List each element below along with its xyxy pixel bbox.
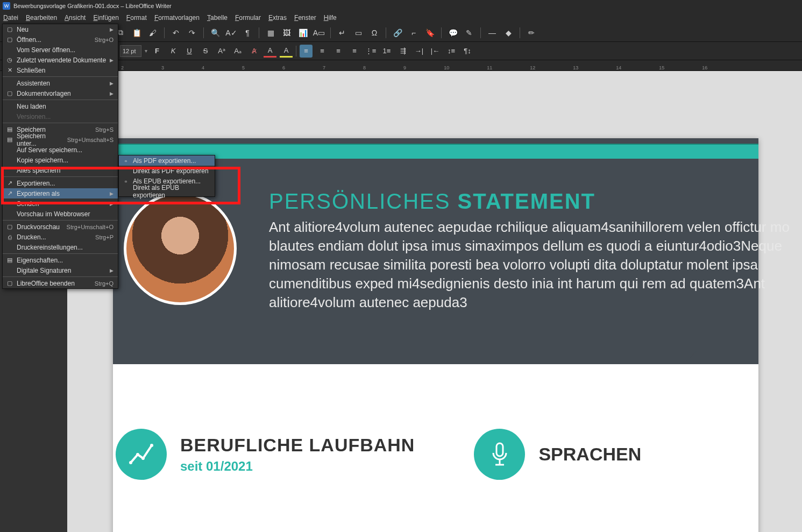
menu-item-drucken-[interactable]: ⎙Drucken...Strg+P	[3, 232, 118, 242]
career-icon	[116, 429, 167, 480]
menu-item-speichern-unter-[interactable]: ▤Speichern unter...Strg+Umschalt+S	[3, 134, 118, 145]
subscript-button[interactable]: Aₐ	[231, 45, 244, 58]
submenu-item-label: Direkt als PDF exportieren	[131, 167, 210, 175]
submenu-arrow-icon: ▶	[110, 268, 113, 273]
align-right-button[interactable]: ≡	[332, 45, 345, 58]
file-menu-dropdown[interactable]: ▢Neu▶▢Öffnen...Strg+OVom Server öffnen..…	[2, 24, 118, 289]
font-size-combo[interactable]: 12 pt	[120, 45, 141, 57]
indent-inc-button[interactable]: →|	[413, 45, 425, 58]
menu-format[interactable]: Format	[126, 14, 147, 22]
menu-item-label: Alles speichern	[15, 167, 113, 174]
menu-item-alles-speichern[interactable]: Alles speichern	[3, 165, 118, 175]
menu-item-shortcut: Strg+P	[95, 234, 113, 240]
menu-item-vom-server-ffnen-[interactable]: Vom Server öffnen...	[3, 45, 118, 55]
export-as-submenu[interactable]: ▫Als PDF exportieren...Direkt als PDF ex…	[118, 155, 215, 197]
paste-button[interactable]: 📋	[130, 26, 143, 39]
menu-item--ffnen-[interactable]: ▢Öffnen...Strg+O	[3, 34, 118, 45]
hyperlink-button[interactable]: 🔗	[391, 26, 404, 39]
menu-item-assistenten[interactable]: Assistenten▶	[3, 78, 118, 88]
submenu-item-direkt-als-pdf-exportieren[interactable]: Direkt als PDF exportieren	[119, 166, 215, 176]
number-list-button[interactable]: 1≡	[380, 45, 393, 58]
align-center-button[interactable]: ≡	[316, 45, 329, 58]
menu-item-icon: ▤	[5, 257, 15, 264]
menu-fenster[interactable]: Fenster	[294, 14, 316, 22]
bookmark-button[interactable]: 🔖	[423, 26, 436, 39]
menu-item-neu-laden[interactable]: Neu laden	[3, 101, 118, 111]
menu-bearbeiten[interactable]: Bearbeiten	[26, 14, 57, 22]
font-color-button[interactable]: A	[264, 45, 276, 58]
italic-button[interactable]: K	[167, 45, 180, 58]
menu-item-digitale-signaturen[interactable]: Digitale Signaturen▶	[3, 265, 118, 275]
menu-item-label: Vorschau im Webbrowser	[15, 210, 113, 218]
menu-item-libreoffice-beenden[interactable]: ▢LibreOffice beendenStrg+Q	[3, 278, 118, 288]
bold-button[interactable]: F	[151, 45, 164, 58]
track-changes-button[interactable]: ✎	[463, 26, 475, 39]
draw-functions-button[interactable]: ✏	[525, 26, 538, 39]
strikethrough-button[interactable]: S	[199, 45, 212, 58]
highlight-button[interactable]: A	[280, 45, 293, 58]
menu-item-icon: ↗	[5, 180, 15, 187]
menu-item-schlie-en[interactable]: ✕Schließen	[3, 65, 118, 75]
table-button[interactable]: ▦	[264, 26, 277, 39]
submenu-item-als-pdf-exportieren-[interactable]: ▫Als PDF exportieren...	[119, 155, 215, 166]
menu-item-senden[interactable]: Senden▶	[3, 198, 118, 209]
line-button[interactable]: —	[486, 26, 499, 39]
menu-datei[interactable]: Datei	[3, 14, 18, 22]
image-button[interactable]: 🖼	[280, 26, 293, 39]
comment-button[interactable]: 💬	[446, 26, 459, 39]
submenu-item-direkt-als-epub-exportieren[interactable]: Direkt als EPUB exportieren	[119, 186, 215, 196]
menu-item-auf-server-speichern-[interactable]: Auf Server speichern...	[3, 145, 118, 155]
field-button[interactable]: ▭	[352, 26, 365, 39]
menu-item-shortcut: Strg+Umschalt+S	[67, 137, 113, 143]
menu-item-label: Druckvorschau	[15, 223, 67, 231]
align-justify-button[interactable]: ≡	[348, 45, 361, 58]
find-button[interactable]: 🔍	[209, 26, 222, 39]
menu-item-eigenschaften-[interactable]: ▤Eigenschaften...	[3, 255, 118, 265]
menu-item-vorschau-im-webbrowser[interactable]: Vorschau im Webbrowser	[3, 209, 118, 219]
horizontal-ruler[interactable]: 2345678910111213141516	[0, 60, 802, 71]
menu-item-exportieren-[interactable]: ↗Exportieren...	[3, 178, 118, 188]
menu-item-label: Auf Server speichern...	[15, 146, 113, 154]
clear-format-button[interactable]: A̷	[247, 45, 260, 58]
toolbar-standard: ▫ 📂 💾 ↗ ⎙ ✂ ⧉ 📋 🖌 ↶ ↷ 🔍 A✓ ¶ ▦ 🖼 📊 A▭ ↵ …	[0, 24, 802, 42]
menu-hilfe[interactable]: Hilfe	[324, 14, 337, 22]
menu-item-kopie-speichern-[interactable]: Kopie speichern...	[3, 155, 118, 165]
line-spacing-button[interactable]: ↕≡	[445, 45, 458, 58]
textbox-button[interactable]: A▭	[313, 26, 325, 39]
menu-item-icon: ▢	[5, 36, 15, 43]
menu-formular[interactable]: Formular	[235, 14, 261, 22]
menu-item-druckvorschau[interactable]: ▢DruckvorschauStrg+Umschalt+O	[3, 222, 118, 232]
clone-format-button[interactable]: 🖌	[146, 26, 159, 39]
formatting-marks-button[interactable]: ¶	[241, 26, 254, 39]
special-char-button[interactable]: Ω	[368, 26, 381, 39]
chart-button[interactable]: 📊	[296, 26, 309, 39]
menu-item-neu[interactable]: ▢Neu▶	[3, 24, 118, 34]
menu-item-icon: ⎙	[5, 234, 15, 240]
para-spacing-button[interactable]: ¶↕	[461, 45, 474, 58]
indent-dec-button[interactable]: |←	[429, 45, 442, 58]
redo-button[interactable]: ↷	[186, 26, 198, 39]
menu-einfügen[interactable]: Einfügen	[93, 14, 118, 22]
menu-item-shortcut: Strg+Q	[95, 280, 113, 287]
undo-button[interactable]: ↶	[169, 26, 182, 39]
bullet-list-button[interactable]: ⋮≡	[364, 45, 377, 58]
footnote-button[interactable]: ⌐	[407, 26, 420, 39]
align-left-button[interactable]: ≡	[300, 45, 313, 58]
spellcheck-button[interactable]: A✓	[225, 26, 238, 39]
menu-ansicht[interactable]: Ansicht	[65, 14, 86, 22]
menu-item-dokumentvorlagen[interactable]: ▢Dokumentvorlagen▶	[3, 88, 118, 98]
menu-extras[interactable]: Extras	[268, 14, 287, 22]
menu-item-druckereinstellungen-[interactable]: Druckereinstellungen...	[3, 242, 118, 252]
menu-item-exportieren-als[interactable]: ↗Exportieren als▶	[3, 188, 118, 198]
page-break-button[interactable]: ↵	[336, 26, 349, 39]
document-workspace[interactable]: PERSÖNLICHES STATEMENT Ant alitiore4volu…	[67, 71, 802, 532]
toolbar-formatting: Source Sans Pro ExtraLight ▾ 12 pt ▾ F K…	[0, 42, 802, 60]
menu-item-zuletzt-verwendete-dokumente[interactable]: ◷Zuletzt verwendete Dokumente▶	[3, 55, 118, 65]
menu-tabelle[interactable]: Tabelle	[207, 14, 228, 22]
superscript-button[interactable]: Aᵃ	[215, 45, 228, 58]
career-section: BERUFLICHE LAUFBAHN seit 01/2021	[116, 429, 415, 480]
outline-button[interactable]: ⇶	[396, 45, 409, 58]
menu-formatvorlagen[interactable]: Formatvorlagen	[154, 14, 200, 22]
shapes-button[interactable]: ◆	[502, 26, 515, 39]
underline-button[interactable]: U	[183, 45, 196, 58]
